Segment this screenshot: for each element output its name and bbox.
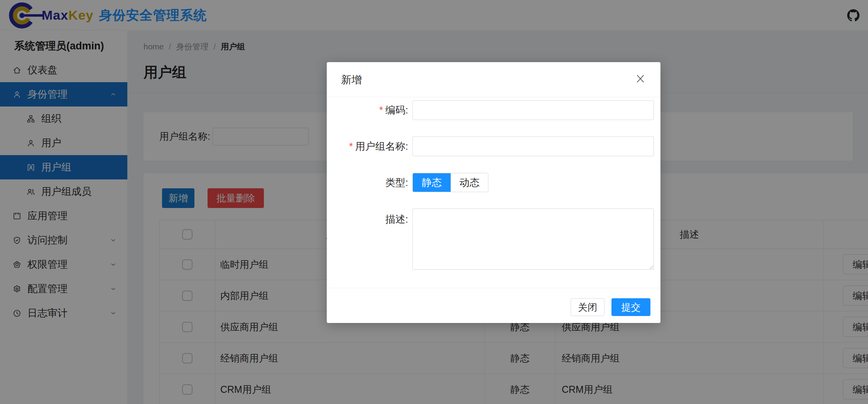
code-input[interactable]	[412, 100, 654, 120]
modal-header: 新增	[327, 62, 660, 97]
type-option-0[interactable]: 静态	[413, 173, 451, 192]
group-name-label: *用户组名称:	[327, 139, 408, 154]
submit-button[interactable]: 提交	[611, 298, 650, 316]
type-label: 类型:	[327, 175, 408, 190]
modal-title: 新增	[341, 73, 362, 87]
modal-footer: 关闭 提交	[327, 288, 660, 323]
group-name-input[interactable]	[412, 136, 654, 156]
description-label: 描述:	[327, 211, 408, 227]
close-button[interactable]: 关闭	[571, 298, 605, 316]
description-textarea[interactable]	[412, 208, 654, 270]
code-label: *编码:	[327, 102, 408, 118]
close-icon[interactable]	[634, 73, 647, 85]
add-group-modal: 新增 *编码: *用户组名称: 类型: 静态动态 描述: 关闭 提交	[327, 62, 660, 323]
type-toggle: 静态动态	[412, 173, 488, 192]
required-marker: *	[379, 104, 383, 116]
type-option-1[interactable]: 动态	[451, 173, 488, 192]
